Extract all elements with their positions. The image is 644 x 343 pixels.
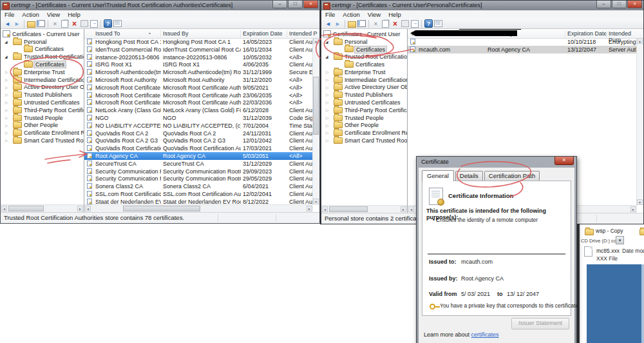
properties-icon[interactable] <box>401 20 409 27</box>
close-button[interactable]: × <box>627 1 642 8</box>
window-list-icon[interactable] <box>113 20 122 27</box>
certificate-row[interactable]: Microsoft Root Certificate Auth... Micro… <box>84 92 319 99</box>
menu-action[interactable]: Action <box>18 11 43 18</box>
column-intended[interactable]: Intended P <box>289 30 317 37</box>
certificate-row[interactable]: NetLock Arany (Class Gold) Főt... NetLoc… <box>84 106 319 114</box>
certificate-row[interactable]: QuoVadis Root CA 2 G3 QuoVadis Root CA 2… <box>84 137 319 144</box>
scroll-left-arrow[interactable]: ◄ <box>85 206 91 211</box>
tree-item[interactable]: Smart Card Trusted Roots <box>1 137 84 144</box>
list-vertical-scrollbar[interactable]: ▲ ▼ <box>312 38 319 204</box>
scroll-up-arrow[interactable]: ▲ <box>313 38 319 44</box>
minimize-button[interactable]: – <box>272 1 287 8</box>
menu-action[interactable]: Action <box>339 11 363 18</box>
certificate-row[interactable]: IdenTrust Commercial Root CA 1 IdenTrust… <box>84 46 319 54</box>
dialog-close-button[interactable]: × <box>554 157 574 165</box>
certificate-row[interactable]: Microsoft Root Authority Microsoft Root … <box>84 76 319 84</box>
menu-view[interactable]: View <box>364 11 384 18</box>
certificate-row[interactable]: Microsoft Authenticode(tm) Ro... Microso… <box>84 68 319 76</box>
close-button[interactable]: × <box>303 1 318 8</box>
scroll-thumb[interactable] <box>329 206 368 212</box>
scroll-thumb[interactable] <box>123 206 200 211</box>
scroll-down-arrow[interactable]: ▼ <box>313 199 319 204</box>
tree-item[interactable]: Personal <box>1 38 84 46</box>
scroll-right-arrow[interactable]: ► <box>630 206 636 212</box>
show-console-tree-icon[interactable] <box>37 20 45 27</box>
delete-icon[interactable] <box>70 19 79 28</box>
title-bar[interactable]: certmgr - [Certificates - Current User\T… <box>1 1 319 11</box>
column-expiration[interactable]: Expiration Date <box>243 30 283 37</box>
cut-icon[interactable] <box>51 19 59 28</box>
tree-item[interactable]: Trusted Root Certification A <box>321 53 407 61</box>
certificate-row[interactable]: SecureTrust CA SecureTrust CA 31/12/2029… <box>84 160 319 168</box>
certificate-row[interactable]: QuoVadis Root CA 2 QuoVadis Root CA 2 24… <box>84 130 319 137</box>
column-issued-to[interactable]: Issued To <box>95 30 120 37</box>
tree-item[interactable]: Smart Card Trusted Roots <box>321 137 407 144</box>
file-name[interactable]: mc85.xxx <box>596 248 620 254</box>
export-list-icon[interactable] <box>411 20 419 28</box>
scroll-thumb[interactable] <box>313 77 319 135</box>
certificate-row[interactable]: ISRG Root X1 ISRG Root X1 4/06/2035 Clie… <box>84 61 319 68</box>
scroll-left-arrow[interactable]: ◄ <box>1 206 7 211</box>
menu-help[interactable]: Help <box>384 11 405 18</box>
certificate-row[interactable]: Security Communication Root... Security … <box>84 168 319 175</box>
certificate-row[interactable]: Sonera Class2 CA Sonera Class2 CA 6/04/2… <box>84 182 319 190</box>
menu-help[interactable]: Help <box>64 11 84 18</box>
menu-view[interactable]: View <box>43 11 64 18</box>
maximize-button[interactable]: □ <box>288 1 303 8</box>
help-icon[interactable] <box>424 19 433 28</box>
certificate-row[interactable]: SSL.com Root Certification Aut... SSL.co… <box>84 190 319 198</box>
certificate-row[interactable]: Root Agency CA Root Agency CA 5/03/2051 … <box>84 152 319 160</box>
help-icon[interactable] <box>104 19 112 28</box>
list-header[interactable]: Issued To ▴ Issued By Expiration Date In… <box>84 29 319 39</box>
properties-icon[interactable] <box>80 20 88 27</box>
copy-icon[interactable] <box>61 20 68 28</box>
certificate-row[interactable]: Microsoft Root Certificate Auth... Micro… <box>84 99 319 106</box>
certificate-row[interactable]: mcauth.com Root Agency CA 13/12/2047 Ser… <box>408 46 643 54</box>
tree-item[interactable]: Trusted Root Certification Au <box>1 53 84 61</box>
certificate-row[interactable]: 10/10/2118 Encrypting Fil <box>408 38 643 46</box>
export-list-icon[interactable] <box>90 20 98 28</box>
tree-horizontal-scrollbar[interactable]: ◄ ► <box>1 204 84 212</box>
certificate-row[interactable]: Security Communication Root... Security … <box>84 175 319 182</box>
copy-icon[interactable] <box>382 20 389 28</box>
scroll-thumb[interactable] <box>8 206 44 211</box>
back-icon[interactable] <box>324 19 332 28</box>
menu-file[interactable]: File <box>1 11 18 18</box>
up-one-level-icon[interactable] <box>27 21 35 28</box>
tab-certification-path[interactable]: Certification Path <box>484 171 540 181</box>
certificate-row[interactable]: instance-20220513-0806 instance-20220513… <box>84 54 319 61</box>
scroll-up-arrow[interactable]: ▲ <box>637 38 643 44</box>
delete-icon[interactable] <box>391 19 399 28</box>
list-horizontal-scrollbar[interactable]: ◄ ► <box>84 204 313 212</box>
column-issued-by[interactable]: Issued By <box>163 30 189 37</box>
menu-file[interactable]: File <box>321 11 339 18</box>
window-list-icon[interactable] <box>434 20 442 27</box>
list-vertical-scrollbar[interactable]: ▲ ▼ <box>636 38 643 205</box>
issuer-statement-button[interactable]: Issuer Statement <box>511 318 569 329</box>
tree-item[interactable]: Personal <box>321 38 407 46</box>
tab-details[interactable]: Details <box>455 171 483 181</box>
show-console-tree-icon[interactable] <box>357 20 366 27</box>
scroll-left-arrow[interactable]: ◄ <box>322 206 328 212</box>
certificate-row[interactable]: Microsoft Root Certificate Auth... Micro… <box>84 84 319 92</box>
cut-icon[interactable] <box>372 19 380 28</box>
certificate-row[interactable]: NO LIABILITY ACCEPTED, (c)97 ... NO LIAB… <box>84 122 319 130</box>
scroll-left-arrow[interactable]: ◄ <box>408 206 414 212</box>
scroll-right-arrow[interactable]: ► <box>307 206 312 211</box>
column-expiration[interactable]: Expiration Date <box>567 30 607 37</box>
back-icon[interactable] <box>3 19 12 28</box>
tree-horizontal-scrollbar[interactable]: ◄ ► <box>321 205 407 213</box>
tab-general[interactable]: General <box>422 170 454 181</box>
scroll-right-arrow[interactable]: ► <box>77 206 83 211</box>
forward-icon[interactable] <box>13 19 21 28</box>
minimize-button[interactable]: – <box>596 1 611 8</box>
maximize-button[interactable]: □ <box>612 1 627 8</box>
certificate-row[interactable]: Hongkong Post Root CA 1 Hongkong Post Ro… <box>84 38 319 46</box>
scroll-down-arrow[interactable]: ▼ <box>637 199 643 205</box>
folder-name[interactable]: wsp - Copy <box>596 228 623 234</box>
scroll-right-arrow[interactable]: ► <box>401 206 406 212</box>
title-bar[interactable]: certmgr - [Certificates - Current User\P… <box>321 1 643 11</box>
certificate-row[interactable]: QuoVadis Root Certification Au... QuoVad… <box>84 144 319 152</box>
combo-dropdown-icon[interactable]: ▼ <box>616 236 624 244</box>
up-one-level-icon[interactable] <box>348 21 356 28</box>
